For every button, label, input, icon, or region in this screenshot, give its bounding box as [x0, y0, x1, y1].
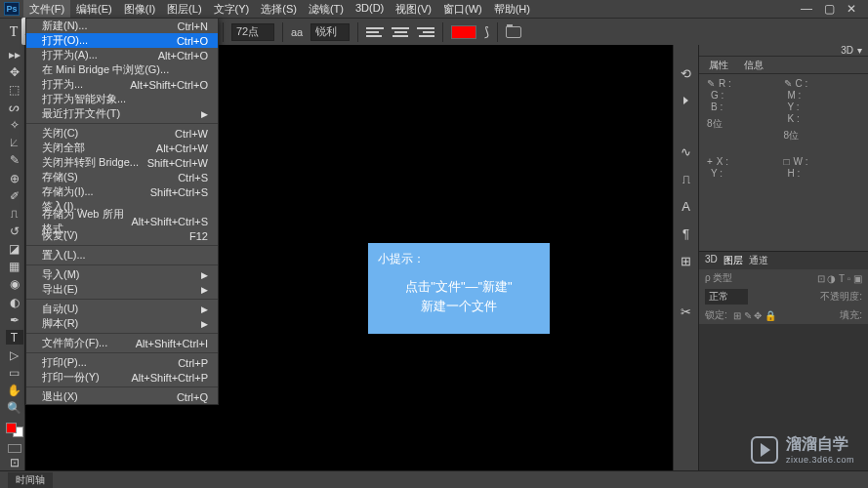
menuitem[interactable]: 打开为(A)...Alt+Ctrl+O — [26, 48, 218, 62]
path-tool[interactable]: ▷ — [6, 347, 23, 362]
close-button[interactable]: ✕ — [847, 2, 856, 16]
menu-10[interactable]: 帮助(H) — [488, 0, 536, 19]
panel-icon[interactable] — [506, 26, 521, 38]
menuitem[interactable]: 打开(O)...Ctrl+O — [26, 33, 218, 48]
brush-tool[interactable]: ✐ — [6, 188, 23, 203]
menubar: Ps 文件(F)编辑(E)图像(I)图层(L)文字(Y)选择(S)滤镜(T)3D… — [0, 0, 868, 18]
screenmode-button[interactable]: ⊡ — [6, 456, 23, 470]
minimize-button[interactable]: — — [801, 2, 812, 16]
info-tab[interactable]: 信息 — [740, 57, 767, 74]
quickmask-button[interactable] — [8, 444, 21, 453]
watermark-title: 溜溜自学 — [786, 434, 854, 455]
menuitem[interactable]: 退出(X)Ctrl+Q — [26, 389, 218, 404]
history-icon[interactable]: ⟲ — [678, 64, 695, 82]
menu-9[interactable]: 窗口(W) — [437, 0, 488, 19]
menu-2[interactable]: 图像(I) — [118, 0, 161, 19]
status-bar: 时间轴 — [0, 470, 868, 488]
menu-7[interactable]: 3D(D) — [350, 0, 390, 19]
menuitem[interactable]: 导入(M)▶ — [26, 267, 218, 282]
dock-strip: ⟲ ∿ ⎍ A ¶ ⊞ ✂ — [673, 45, 698, 470]
tip-line: 新建一个文件 — [378, 297, 540, 316]
tip-overlay: 小提示： 点击"文件"—"新建" 新建一个文件 — [368, 243, 550, 334]
clone-icon[interactable]: ⎍ — [678, 170, 695, 187]
menu-1[interactable]: 编辑(E) — [70, 0, 118, 19]
font-size-input[interactable] — [231, 23, 274, 41]
menu-5[interactable]: 选择(S) — [255, 0, 303, 19]
align-right-button[interactable] — [417, 24, 434, 40]
menuitem[interactable]: 脚本(R)▶ — [26, 316, 218, 331]
warp-text-icon[interactable]: ⟆ — [484, 24, 489, 39]
tip-title: 小提示： — [378, 251, 540, 267]
menu-0[interactable]: 文件(F) — [23, 0, 70, 19]
zoom-tool[interactable]: 🔍 — [6, 401, 23, 416]
menuitem[interactable]: 最近打开文件(T)▶ — [26, 106, 218, 121]
menu-8[interactable]: 视图(V) — [390, 0, 437, 19]
maximize-button[interactable]: ▢ — [824, 2, 835, 16]
marquee-tool[interactable]: ⬚ — [6, 82, 23, 97]
eraser-tool[interactable]: ◪ — [6, 242, 23, 257]
gradient-tool[interactable]: ▦ — [6, 260, 23, 274]
para-icon[interactable]: ¶ — [678, 224, 695, 242]
menu-4[interactable]: 文字(Y) — [208, 0, 256, 19]
play-icon — [751, 436, 778, 464]
info-panel: ✎R : G : B : 8位 ✎C : M : Y : K : 8位 — [699, 74, 868, 146]
align-left-button[interactable] — [366, 24, 384, 40]
menu-3[interactable]: 图层(L) — [161, 0, 207, 19]
timeline-tab[interactable]: 时间轴 — [8, 472, 53, 488]
menu-6[interactable]: 滤镜(T) — [303, 0, 350, 19]
tools-panel: ▸▸ ✥ ⬚ ᔕ ✧ ⟀ ✎ ⊕ ✐ ⎍ ↺ ◪ ▦ ◉ ◐ ✒ T ▷ ▭ ✋… — [4, 45, 25, 470]
3d-label[interactable]: 3D — [841, 45, 853, 56]
menuitem[interactable]: 关闭(C)Ctrl+W — [26, 126, 218, 141]
lock-label: 锁定: — [705, 308, 727, 322]
type-tool[interactable]: T — [6, 330, 23, 345]
tool-indicator: T — [6, 24, 21, 40]
styles-icon[interactable]: ⊞ — [678, 252, 695, 269]
properties-tab[interactable]: 属性 — [705, 57, 732, 74]
blend-mode-select[interactable]: 正常 — [705, 289, 748, 305]
move-tool[interactable]: ✥ — [6, 64, 23, 79]
actions-icon[interactable] — [678, 92, 695, 109]
lasso-tool[interactable]: ᔕ — [6, 100, 23, 114]
history-brush-tool[interactable]: ↺ — [6, 224, 23, 238]
dodge-tool[interactable]: ◐ — [6, 295, 23, 309]
menuitem[interactable]: 文件简介(F)...Alt+Shift+Ctrl+I — [26, 336, 218, 350]
menuitem[interactable]: 关闭全部Alt+Ctrl+W — [26, 141, 218, 155]
hand-tool[interactable]: ✋ — [6, 384, 23, 398]
blur-tool[interactable]: ◉ — [6, 277, 23, 292]
pen-tool[interactable]: ✒ — [6, 312, 23, 327]
file-menu-dropdown: 新建(N)...Ctrl+N打开(O)...Ctrl+O打开为(A)...Alt… — [25, 18, 219, 405]
brushes-icon[interactable]: ∿ — [678, 142, 695, 160]
layers-tab[interactable]: 图层 — [723, 254, 743, 267]
3d-tab[interactable]: 3D — [705, 254, 718, 267]
menuitem[interactable]: 打印一份(Y)Alt+Shift+Ctrl+P — [26, 370, 218, 385]
menuitem[interactable]: 在 Mini Bridge 中浏览(G)... — [26, 62, 218, 77]
crop-tool[interactable]: ⟀ — [6, 136, 23, 150]
shape-tool[interactable]: ▭ — [6, 366, 23, 381]
stamp-tool[interactable]: ⎍ — [6, 206, 23, 221]
nav-icon[interactable]: ✂ — [678, 303, 695, 320]
menuitem[interactable]: 关闭并转到 Bridge...Shift+Ctrl+W — [26, 155, 218, 170]
menuitem[interactable]: 打印(P)...Ctrl+P — [26, 355, 218, 370]
menuitem[interactable]: 打开为...Alt+Shift+Ctrl+O — [26, 77, 218, 92]
channels-tab[interactable]: 通道 — [749, 254, 768, 267]
menuitem[interactable]: 存储(S)Ctrl+S — [26, 170, 218, 184]
menuitem[interactable]: 存储为(I)...Shift+Ctrl+S — [26, 184, 218, 199]
aa-select[interactable] — [310, 23, 350, 41]
menuitem[interactable]: 导出(E)▶ — [26, 282, 218, 297]
align-center-button[interactable] — [392, 24, 409, 40]
menuitem[interactable]: 新建(N)...Ctrl+N — [26, 19, 218, 33]
menuitem[interactable]: 存储为 Web 所用格式...Alt+Shift+Ctrl+S — [26, 214, 218, 228]
menuitem[interactable]: 自动(U)▶ — [26, 302, 218, 316]
menuitem[interactable]: 置入(L)... — [26, 248, 218, 263]
tip-line: 点击"文件"—"新建" — [378, 277, 540, 297]
menuitem[interactable]: 打开为智能对象... — [26, 92, 218, 106]
wand-tool[interactable]: ✧ — [6, 118, 23, 133]
text-color-swatch[interactable] — [451, 25, 476, 39]
color-swatches[interactable] — [6, 423, 23, 437]
eyedropper-tool[interactable]: ✎ — [6, 153, 23, 168]
char-icon[interactable]: A — [678, 197, 695, 215]
heal-tool[interactable]: ⊕ — [6, 171, 23, 185]
opacity-label: 不透明度: — [820, 290, 862, 304]
expand-icon[interactable]: ▸▸ — [6, 47, 23, 61]
fill-label: 填充: — [840, 308, 862, 322]
